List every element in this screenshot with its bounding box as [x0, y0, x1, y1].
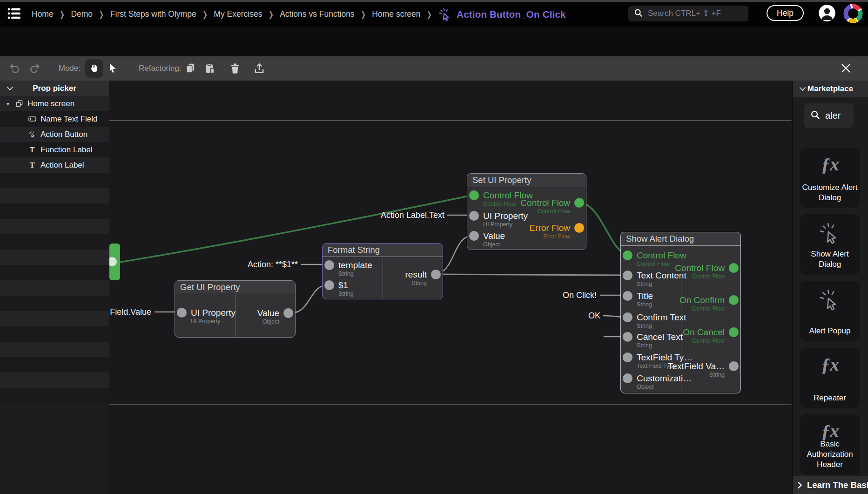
menu-icon[interactable] [7, 7, 21, 21]
close-icon[interactable] [841, 63, 851, 75]
node-show-alert-dialog[interactable]: Show Alert DialogControl FlowControl Flo… [620, 232, 741, 393]
tree-row-empty[interactable] [0, 311, 109, 326]
input-port-ui-property[interactable] [177, 308, 187, 318]
input-port-title[interactable] [623, 291, 632, 301]
help-button[interactable]: Help [767, 5, 804, 21]
input-port-customizati[interactable] [623, 373, 632, 383]
collapse-chevron-icon[interactable] [7, 86, 13, 91]
tree-row-home-screen[interactable]: ▾Home screen [0, 96, 109, 111]
wire [580, 203, 627, 255]
olympe-logo[interactable] [843, 4, 863, 23]
expand-caret-icon[interactable]: ▾ [7, 101, 9, 107]
port-type: UI Property [191, 318, 236, 325]
tree-row-empty[interactable] [0, 219, 109, 234]
tree-row-empty[interactable] [0, 250, 109, 265]
undo-icon[interactable] [8, 62, 20, 74]
delete-icon[interactable] [229, 62, 241, 74]
output-port-result[interactable] [431, 270, 441, 279]
port-type: Object [257, 318, 279, 325]
tree-row-function-label[interactable]: TFunction Label [0, 142, 109, 157]
input-port-textfield-ty[interactable] [623, 352, 632, 362]
input-port-ui-property[interactable] [469, 211, 479, 221]
paste-icon[interactable] [204, 62, 216, 74]
port-label: Control Flow [637, 250, 686, 261]
tree-row-action-button[interactable]: Action Button [0, 127, 109, 142]
node-get-ui-property[interactable]: Get UI PropertyUI PropertyUI PropertyVal… [175, 280, 296, 338]
input-port-value[interactable] [469, 231, 479, 241]
value-label-xt-field-value[interactable]: xt Field.Value [109, 307, 151, 317]
node-set-ui-property[interactable]: Set UI PropertyControl FlowControl FlowU… [467, 173, 586, 250]
output-row-control-flow: Control FlowControl Flow [675, 263, 740, 280]
pan-mode-button[interactable] [85, 59, 103, 78]
tree-item-label: Home screen [27, 99, 74, 108]
marketplace-card-customize-alert-dialog[interactable]: ƒxCustomize Alert Dialog [800, 148, 860, 208]
breadcrumb-item[interactable]: Home screen [372, 9, 420, 19]
tree-row-empty[interactable] [0, 173, 109, 188]
breadcrumb-item[interactable]: First Steps with Olympe [110, 9, 196, 19]
marketplace-card-basic-authorization-header[interactable]: ƒxBasic Authorization Header [800, 414, 860, 475]
search-icon [634, 8, 643, 19]
output-port-on-cancel[interactable] [729, 327, 739, 337]
port-type: Control Flow [675, 273, 725, 280]
port-type: String [338, 271, 372, 277]
tree-row-name-text-field[interactable]: Name Text Field [0, 111, 109, 127]
breadcrumb-item[interactable]: Demo [71, 9, 93, 19]
tree-row-empty[interactable] [0, 357, 109, 372]
tree-row-empty[interactable] [0, 342, 109, 357]
copy-icon[interactable] [184, 62, 196, 74]
marketplace-card-alert-popup[interactable]: Alert Popup [800, 281, 860, 341]
marketplace-card-repeater[interactable]: ƒxRepeater [800, 348, 860, 408]
tree-row-empty[interactable] [0, 265, 109, 280]
output-port-value[interactable] [283, 308, 293, 318]
input-port-template[interactable] [324, 260, 334, 270]
output-port-error-flow[interactable] [574, 223, 584, 233]
breadcrumb-item[interactable]: My Exercises [214, 9, 262, 19]
output-port-on-confirm[interactable] [729, 295, 739, 305]
input-port-text-content[interactable] [623, 271, 632, 280]
select-mode-button[interactable] [107, 62, 118, 74]
tree-row-empty[interactable] [0, 203, 109, 219]
export-icon[interactable] [253, 62, 265, 74]
input-port-confirm-text[interactable] [623, 312, 632, 322]
fx-icon: ƒx [800, 155, 860, 174]
collapse-chevron-icon[interactable] [799, 87, 806, 91]
input-port-control-flow[interactable] [469, 190, 479, 200]
port-type: Control Flow [683, 338, 725, 345]
value-label-ok[interactable]: OK [588, 311, 600, 321]
input-port-control-flow[interactable] [623, 250, 632, 260]
learn-the-basics-bar[interactable]: Learn The Basic [793, 476, 868, 494]
marketplace-card-show-alert-dialog[interactable]: Show Alert Dialog [800, 214, 860, 275]
node-title: Format String [323, 244, 443, 257]
tree-row-empty[interactable] [0, 372, 109, 388]
output-port-control-flow[interactable] [729, 263, 739, 273]
port-type: Object [483, 241, 505, 248]
node-title: Set UI Property [467, 174, 586, 187]
marketplace-search-box[interactable] [804, 103, 854, 128]
tree-row-empty[interactable] [0, 188, 109, 203]
value-label-action-label-text[interactable]: Action Label.Text [381, 210, 444, 220]
redo-icon[interactable] [29, 62, 41, 74]
node-format-string[interactable]: Format StringtemplateString$1Stringresul… [322, 243, 443, 299]
output-port-textfield-va[interactable] [729, 361, 739, 371]
tree-row-empty[interactable] [0, 388, 109, 403]
tree-row-empty[interactable] [0, 326, 109, 342]
refactoring-label: Refactoring: [139, 64, 182, 73]
tree-row-empty[interactable] [0, 280, 109, 296]
input-port-cancel-text[interactable] [623, 332, 632, 342]
tree-row-empty[interactable] [0, 296, 109, 311]
input-port-$1[interactable] [324, 280, 334, 290]
value-label-on-click[interactable]: On Click! [563, 290, 597, 300]
output-port-control-flow[interactable] [574, 198, 584, 208]
value-label-action-$1[interactable]: Action: **$1** [248, 259, 298, 270]
graph-canvas[interactable]: Get UI PropertyUI PropertyUI PropertyVal… [109, 81, 792, 494]
marketplace-card-label: Alert Popup [802, 326, 858, 336]
tree-row-action-label[interactable]: TAction Label [0, 157, 109, 173]
marketplace-search-input[interactable] [824, 110, 853, 122]
user-avatar[interactable] [819, 5, 835, 21]
tree-row-empty[interactable] [0, 234, 109, 250]
global-search-box[interactable] [628, 6, 748, 21]
mode-label: Mode: [56, 64, 81, 73]
breadcrumb-item[interactable]: Home [32, 9, 54, 19]
global-search-input[interactable] [647, 8, 742, 19]
breadcrumb-item[interactable]: Actions vs Functions [280, 9, 354, 19]
